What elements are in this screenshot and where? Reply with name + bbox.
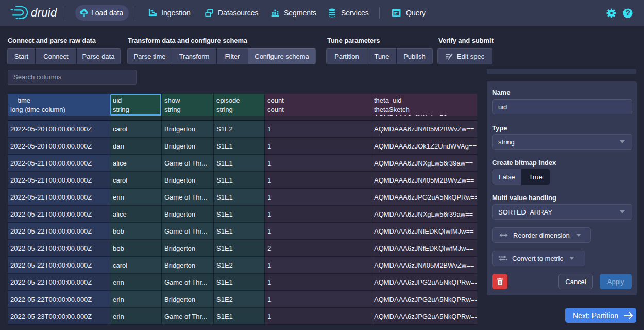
svg-text:?: ?: [625, 9, 630, 17]
